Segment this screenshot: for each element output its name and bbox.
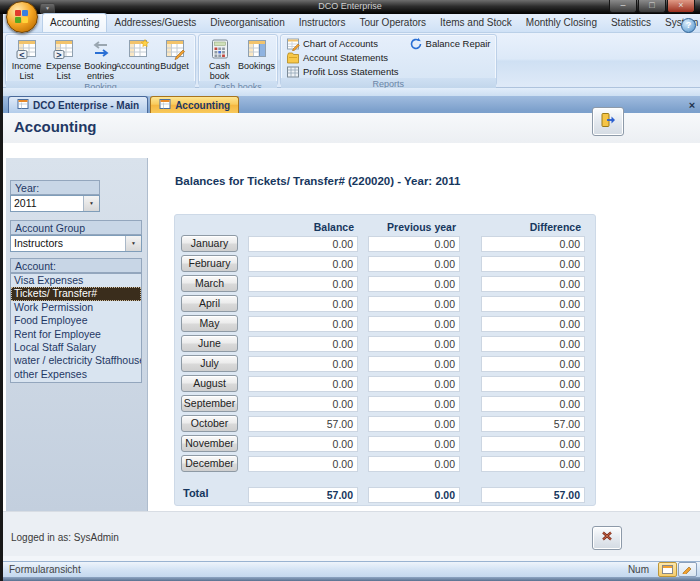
ribbon-tab-instructors[interactable]: Instructors [292,14,353,32]
balance-cell[interactable]: 0.00 [248,456,358,472]
previous-year-cell[interactable]: 0.00 [368,296,460,312]
month-button-april[interactable]: April [181,295,238,312]
difference-cell[interactable]: 57.00 [481,416,585,432]
month-button-november[interactable]: November [181,435,238,452]
ribbon-button-income-list[interactable]: <Income List [8,36,45,81]
ribbon-button-profit-loss-statements[interactable]: Profit Loss Statements [283,65,402,78]
month-button-december[interactable]: December [181,455,238,472]
month-button-february[interactable]: February [181,255,238,272]
account-item-other-expenses[interactable]: other Expenses [11,368,141,381]
balance-cell[interactable]: 0.00 [248,376,358,392]
difference-cell[interactable]: 0.00 [481,316,585,332]
close-button[interactable]: × [667,0,695,13]
previous-year-cell[interactable]: 0.00 [368,236,460,252]
account-item-work-permission[interactable]: Work Permission [11,301,141,314]
previous-year-cell[interactable]: 0.00 [368,316,460,332]
ribbon-tab-accounting[interactable]: Accounting [42,13,107,32]
month-button-march[interactable]: March [181,275,238,292]
difference-cell[interactable]: 0.00 [481,276,585,292]
difference-cell[interactable]: 0.00 [481,336,585,352]
svg-text:>: > [56,50,61,60]
ribbon-button-chart-of-accounts[interactable]: Chart of Accounts [283,37,402,50]
previous-year-cell[interactable]: 0.00 [368,456,460,472]
balances-table: January0.000.000.00February0.000.000.00M… [174,214,596,506]
month-button-june[interactable]: June [181,335,238,352]
minimize-button[interactable]: – [609,0,637,13]
help-icon[interactable]: ? [681,18,696,33]
maximize-button[interactable]: □ [638,0,666,13]
balance-cell[interactable]: 57.00 [248,416,358,432]
ribbon-tab-diveorganisation[interactable]: Diveorganisation [203,14,292,32]
ribbon-button-account-statements[interactable]: Account Statements [283,51,402,64]
balance-cell[interactable]: 0.00 [248,276,358,292]
ribbon-button-cash-book[interactable]: Cash book [201,36,238,81]
document-tab-accounting[interactable]: Accounting [150,96,239,113]
difference-cell[interactable]: 0.00 [481,236,585,252]
balance-cell[interactable]: 0.00 [248,436,358,452]
balance-cell[interactable]: 0.00 [248,236,358,252]
previous-year-cell[interactable]: 0.00 [368,436,460,452]
difference-cell[interactable]: 0.00 [481,296,585,312]
account-item-local-staff-salary[interactable]: Local Staff Salary [11,341,141,354]
ribbon-tab-addresses-guests[interactable]: Addresses/Guests [107,14,203,32]
document-tab-close-icon[interactable]: × [684,97,700,113]
form-view-toggle[interactable] [658,562,677,577]
ribbon-button-booking-entries[interactable]: Booking entries [82,36,119,81]
ribbon-button-balance-repair[interactable]: Balance Repair [406,37,494,50]
num-lock-indicator: Num [628,564,649,575]
difference-cell[interactable]: 0.00 [481,256,585,272]
ribbon-tab-items-and-stock[interactable]: Items and Stock [433,14,519,32]
document-tab-dco-enterprise-main[interactable]: DCO Enterprise - Main [8,96,148,113]
difference-cell[interactable]: 0.00 [481,396,585,412]
total-balance-cell: 57.00 [248,487,358,503]
previous-year-cell[interactable]: 0.00 [368,256,460,272]
balance-cell[interactable]: 0.00 [248,356,358,372]
ribbon-button-accounting[interactable]: Accounting [119,36,156,71]
window-title: DCO Enterprise [0,1,700,11]
previous-year-cell[interactable]: 0.00 [368,396,460,412]
ribbon-tab-statistics[interactable]: Statistics [604,14,658,32]
ribbon-button-budget[interactable]: Budget [156,36,193,71]
account-group-combobox[interactable]: Instructors ▼ [10,235,142,252]
balance-cell[interactable]: 0.00 [248,316,358,332]
balance-cell[interactable]: 0.00 [248,396,358,412]
account-item-rent-for-employee[interactable]: Rent for Employee [11,328,141,341]
exit-form-button[interactable] [592,107,624,136]
month-button-july[interactable]: July [181,355,238,372]
month-button-may[interactable]: May [181,315,238,332]
account-item-visa-expenses[interactable]: Visa Expenses [11,274,141,287]
close-form-button[interactable] [592,526,622,550]
office-orb-button[interactable] [6,1,38,33]
ribbon-button-bookings[interactable]: Bookings [238,36,275,71]
table-row-august: August0.000.000.00 [175,375,595,395]
ribbon-tab-monthly-closing[interactable]: Monthly Closing [519,14,604,32]
ribbon-button-label: Balance Repair [426,38,491,49]
month-button-august[interactable]: August [181,375,238,392]
previous-year-cell[interactable]: 0.00 [368,276,460,292]
balance-cell[interactable]: 0.00 [248,296,358,312]
chevron-down-icon[interactable]: ▼ [125,236,141,251]
account-item-water-electricity-staffhouse[interactable]: water / electricity Staffhouse [11,354,141,367]
total-label: Total [183,487,208,499]
month-button-january[interactable]: January [181,235,238,252]
previous-year-cell[interactable]: 0.00 [368,416,460,432]
month-button-october[interactable]: October [181,415,238,432]
difference-cell[interactable]: 0.00 [481,456,585,472]
previous-year-cell[interactable]: 0.00 [368,356,460,372]
total-difference-cell: 57.00 [481,487,585,503]
difference-cell[interactable]: 0.00 [481,356,585,372]
account-item-food-employee[interactable]: Food Employee [11,314,141,327]
difference-cell[interactable]: 0.00 [481,376,585,392]
balance-cell[interactable]: 0.00 [248,336,358,352]
ribbon-tab-tour-operators[interactable]: Tour Operators [352,14,433,32]
month-button-september[interactable]: September [181,395,238,412]
year-combobox[interactable]: 2011 ▼ [10,195,100,212]
balance-cell[interactable]: 0.00 [248,256,358,272]
account-item-tickets-transfer[interactable]: Tickets/ Transfer# [11,287,141,300]
layout-view-toggle[interactable] [678,562,697,577]
ribbon-button-expense-list[interactable]: >Expense List [45,36,82,81]
chevron-down-icon[interactable]: ▼ [83,196,99,211]
previous-year-cell[interactable]: 0.00 [368,336,460,352]
difference-cell[interactable]: 0.00 [481,436,585,452]
previous-year-cell[interactable]: 0.00 [368,376,460,392]
